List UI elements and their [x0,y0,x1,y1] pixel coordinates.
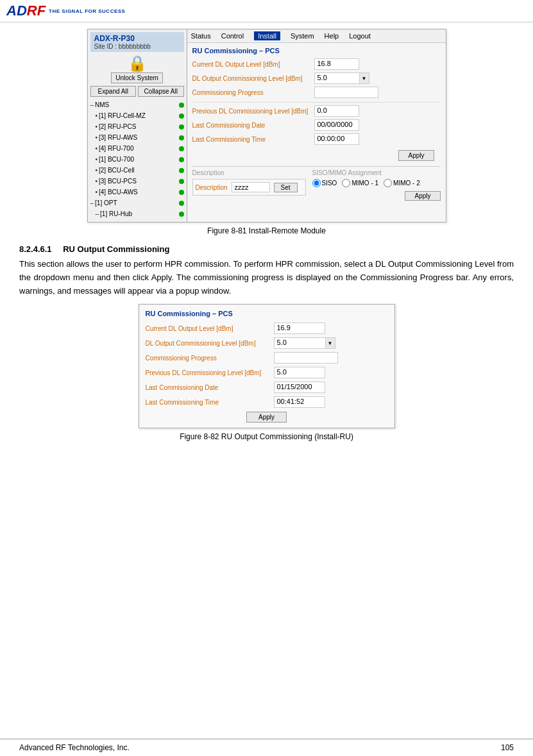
tree-item-rfu-700[interactable]: • [4] RFU-700 [90,143,184,154]
fig82-current-dl-label: Current DL Output Level [dBm] [146,325,274,332]
fig82-frame: RU Commissioning – PCS Current DL Output… [139,304,395,428]
page-header: ADRF THE SIGNAL FOR SUCCESS [0,0,533,22]
dl-output-select-value: 5.0 [314,72,359,84]
dl-output-label: DL Output Commissioning Level [dBm] [192,75,314,82]
fig81-right-panel: Status Control Install System Help Logou… [187,29,446,222]
unlock-button[interactable]: Unlock System [111,72,163,83]
fig81-sidebar-header: ADX-R-P30 Site ID : bbbbbbbbb [90,32,184,52]
logo-box: ADRF [6,3,46,19]
current-dl-label: Current DL Output Level [dBm] [192,61,314,68]
description-input[interactable] [232,182,270,192]
commissioning-progress-row: Commissioning Progress [192,87,441,98]
prev-dl-row: Previous DL Commissioning Level [dBm] 0.… [192,105,441,117]
current-dl-value: 16.8 [314,58,359,70]
tree-item-opt[interactable]: – [1] OPT [90,197,184,208]
siso-mimo-title: SISO/MIMO Assignment [312,169,441,176]
description-title: Description [192,169,306,176]
figure-82: RU Commissioning – PCS Current DL Output… [139,304,395,428]
fig82-progress-value [274,352,338,364]
fig82-caption: Figure 8-82 RU Output Commissioning (Ins… [19,432,514,441]
section-title: RU Output Commissioning [63,244,169,254]
expand-collapse-row: Expand All Collapse All [90,86,184,97]
siso-mimo-section: SISO/MIMO Assignment SISO MIMO - 1 MIMO … [312,169,441,201]
section-num: 8.2.4.6.1 [19,244,52,254]
last-time-label: Last Commissioning Time [192,136,314,143]
device-name: ADX-R-P30 [94,34,180,43]
fig81-apply-button[interactable]: Apply [398,150,434,161]
tree-item-rfu-pcs[interactable]: • [2] RFU-PCS [90,121,184,132]
prev-dl-label: Previous DL Commissioning Level [dBm] [192,108,314,115]
description-label: Description [196,184,228,191]
mimo-apply-button[interactable]: Apply [405,191,440,201]
dl-output-dropdown-arrow[interactable]: ▼ [359,72,369,84]
fig82-progress-label: Commissioning Progress [146,355,274,362]
body-text: This section allows the user to perform … [19,258,514,298]
fig82-last-date-row: Last Commissioning Date 01/15/2000 [146,382,388,393]
tree-item-rfu-aws[interactable]: • [3] RFU-AWS [90,132,184,143]
tree-item-bcu-700[interactable]: • [1] BCU-700 [90,154,184,165]
main-content: ADX-R-P30 Site ID : bbbbbbbbb 🔒 Unlock S… [0,22,533,476]
footer-right: 105 [501,743,514,752]
collapse-all-button[interactable]: Collapse All [138,86,184,97]
nav-help[interactable]: Help [325,32,339,40]
fig82-current-dl-value: 16.9 [274,323,325,334]
description-section: Description Description Set [192,169,306,201]
description-set-button[interactable]: Set [274,183,298,192]
fig82-dl-select-value: 5.0 [274,337,325,349]
commissioning-progress-label: Commissioning Progress [192,89,314,96]
fig81-caption: Figure 8-81 Install-Remote Module [19,226,514,235]
dl-output-select[interactable]: 5.0 ▼ [314,72,369,84]
footer-left: Advanced RF Technologies, Inc. [19,743,130,752]
lock-icon: 🔒 [128,55,147,72]
mimo2-radio[interactable]: MIMO - 2 [384,179,420,187]
inner-navbar: Status Control Install System Help Logou… [187,29,446,43]
nav-status[interactable]: Status [191,32,211,40]
tree-item-bcu-pcs[interactable]: • [3] BCU-PCS [90,176,184,187]
prev-dl-value: 0.0 [314,105,359,117]
mimo1-radio[interactable]: MIMO - 1 [342,179,378,187]
tree-view: – NMS • [1] RFU-Cell-MZ • [2] RFU-PCS • … [90,99,184,219]
fig82-last-date-value: 01/15/2000 [274,382,325,393]
logo: ADRF THE SIGNAL FOR SUCCESS [6,3,125,19]
nav-logout[interactable]: Logout [349,32,371,40]
page-footer: Advanced RF Technologies, Inc. 105 [0,739,533,756]
logo-ad: AD [6,3,27,19]
nav-system[interactable]: System [291,32,314,40]
site-id: Site ID : bbbbbbbbb [94,43,180,50]
fig82-progress-row: Commissioning Progress [146,352,388,364]
fig82-dl-output-label: DL Output Commissioning Level [dBm] [146,340,274,347]
last-date-row: Last Commissioning Date 00/00/0000 [192,119,441,131]
fig82-last-date-label: Last Commissioning Date [146,384,274,391]
siso-mimo-radios: SISO MIMO - 1 MIMO - 2 [312,179,441,187]
commissioning-progress-value [314,87,378,98]
section-heading: 8.2.4.6.1 RU Output Commissioning [19,244,514,254]
description-inner: Description Set [192,179,306,196]
fig82-dropdown-arrow[interactable]: ▼ [325,337,335,349]
fig82-prev-dl-value: 5.0 [274,367,325,378]
last-date-label: Last Commissioning Date [192,122,314,129]
tree-item-rfu-cell[interactable]: • [1] RFU-Cell-MZ [90,110,184,121]
logo-rf: RF [27,3,46,19]
fig82-prev-dl-row: Previous DL Commissioning Level [dBm] 5.… [146,367,388,378]
last-date-value: 00/00/0000 [314,119,359,131]
fig82-dl-output-row: DL Output Commissioning Level [dBm] 5.0 … [146,337,388,349]
fig82-last-time-value: 00:41:52 [274,396,325,408]
tree-item-nms[interactable]: – NMS [90,99,184,110]
current-dl-row: Current DL Output Level [dBm] 16.8 [192,58,441,70]
nav-control[interactable]: Control [221,32,244,40]
ru-commissioning-panel: RU Commissioning – PCS Current DL Output… [187,43,446,205]
logo-tagline: THE SIGNAL FOR SUCCESS [49,8,125,14]
fig82-prev-dl-label: Previous DL Commissioning Level [dBm] [146,369,274,376]
figure-81: ADX-R-P30 Site ID : bbbbbbbbb 🔒 Unlock S… [87,29,446,223]
tree-item-bcu-cell[interactable]: • [2] BCU-Cell [90,165,184,176]
tree-item-bcu-aws[interactable]: • [4] BCU-AWS [90,187,184,197]
fig82-apply-button[interactable]: Apply [246,412,287,423]
siso-radio[interactable]: SISO [312,179,337,187]
nav-install[interactable]: Install [254,31,280,40]
expand-all-button[interactable]: Expand All [90,86,137,97]
fig81-sidebar: ADX-R-P30 Site ID : bbbbbbbbb 🔒 Unlock S… [88,29,187,222]
last-time-value: 00:00:00 [314,133,359,145]
fig82-apply-row: Apply [146,412,388,423]
fig82-dl-select[interactable]: 5.0 ▼ [274,337,335,349]
tree-item-ru-hub[interactable]: – [1] RU-Hub [90,208,184,219]
